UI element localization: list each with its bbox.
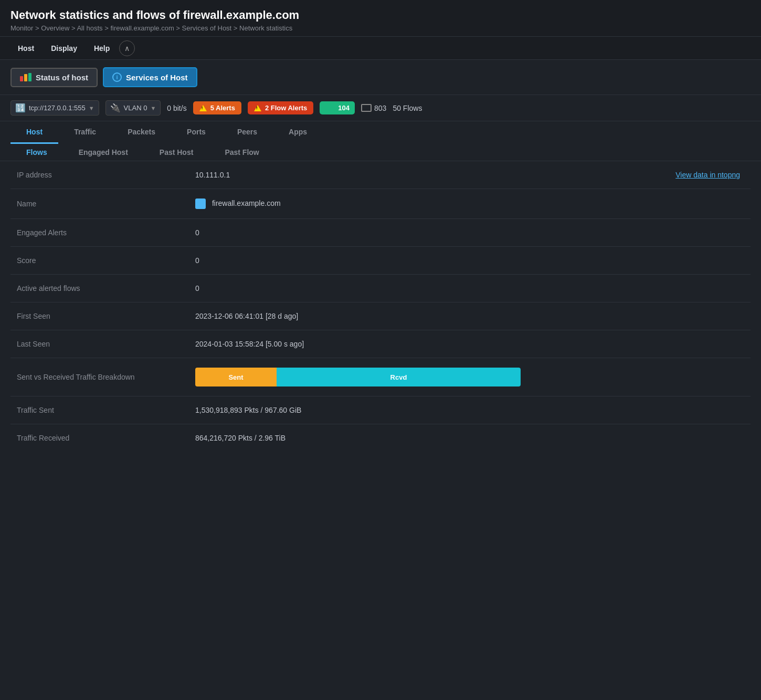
table-row: Sent vs Received Traffic Breakdown Sent …	[10, 358, 751, 396]
bar-sent: Sent	[195, 368, 277, 386]
interface-label: tcp://127.0.0.1:555	[29, 104, 86, 112]
ip-address-value: 10.111.0.1	[189, 161, 525, 189]
score-value: 0	[189, 247, 525, 275]
toolbar-row: 🔢 tcp://127.0.0.1:555 ▼ 🔌 VLAN 0 ▼ 0 bit…	[0, 95, 761, 121]
sub-tab-past-flow[interactable]: Past Flow	[209, 144, 274, 161]
status-of-host-label: Status of host	[36, 73, 88, 82]
traffic-breakdown-value: Sent Rcvd	[189, 358, 751, 396]
alerts-badge[interactable]: 5 Alerts	[193, 101, 241, 114]
score-label: Score	[10, 247, 189, 275]
first-seen-label: First Seen	[10, 302, 189, 330]
engaged-alerts-label: Engaged Alerts	[10, 219, 189, 247]
vlan-dropdown[interactable]: 🔌 VLAN 0 ▼	[105, 100, 161, 116]
active-alerted-flows-label: Active alerted flows	[10, 275, 189, 302]
nav-collapse-button[interactable]: ∧	[119, 40, 135, 56]
bitrate-label: 0 bit/s	[167, 104, 186, 112]
vlan-icon: 🔌	[110, 103, 121, 113]
interface-dropdown[interactable]: 🔢 tcp://127.0.0.1:555 ▼	[10, 100, 99, 116]
tab-host[interactable]: Host	[10, 121, 58, 144]
traffic-breakdown-label: Sent vs Received Traffic Breakdown	[10, 358, 189, 396]
view-data-ntopng-link[interactable]: View data in ntopng	[675, 171, 740, 179]
table-row: First Seen 2023-12-06 06:41:01 [28 d ago…	[10, 302, 751, 330]
table-row: Traffic Received 864,216,720 Pkts / 2.96…	[10, 424, 751, 452]
flow-alerts-count: 2 Flow Alerts	[265, 104, 307, 112]
page-header: Network statistics and flows of firewall…	[0, 0, 761, 37]
first-seen-value: 2023-12-06 06:41:01 [28 d ago]	[189, 302, 525, 330]
bar-rcvd: Rcvd	[277, 368, 521, 386]
tab-peers[interactable]: Peers	[221, 121, 273, 144]
sub-tab-engaged-host[interactable]: Engaged Host	[63, 144, 144, 161]
vlan-dropdown-arrow: ▼	[150, 105, 156, 111]
monitor-gray-icon	[361, 104, 372, 112]
tab-traffic[interactable]: Traffic	[58, 121, 112, 144]
info-circle-icon: i	[112, 72, 122, 82]
traffic-received-label: Traffic Received	[10, 424, 189, 452]
monitor-hosts-count: 803	[374, 104, 386, 112]
flow-alerts-badge[interactable]: 2 Flow Alerts	[248, 101, 313, 114]
flow-alert-warning-icon	[254, 105, 261, 111]
table-row: Last Seen 2024-01-03 15:58:24 [5.00 s ag…	[10, 330, 751, 358]
table-row: Engaged Alerts 0	[10, 219, 751, 247]
tab-apps[interactable]: Apps	[273, 121, 323, 144]
sub-tab-past-host[interactable]: Past Host	[144, 144, 209, 161]
flows-count: 50 Flows	[393, 104, 422, 112]
nav-help-button[interactable]: Help	[87, 40, 117, 57]
monitor-hosts-badge[interactable]: 803	[361, 104, 386, 112]
tabs-container: Host Traffic Packets Ports Peers Apps Fl…	[0, 121, 761, 161]
active-hosts-badge[interactable]: 104	[320, 101, 355, 114]
top-nav: Host Display Help ∧	[0, 37, 761, 60]
ip-address-label: IP address	[10, 161, 189, 189]
services-of-host-label: Services of Host	[126, 73, 188, 82]
name-label: Name	[10, 189, 189, 219]
table-row: Score 0	[10, 247, 751, 275]
monitor-green-icon	[325, 104, 335, 112]
services-of-host-button[interactable]: i Services of Host	[103, 67, 197, 87]
primary-tabs-row: Host Traffic Packets Ports Peers Apps	[10, 121, 751, 144]
interface-icon: 🔢	[15, 103, 26, 113]
host-data-table: IP address 10.111.0.1 View data in ntopn…	[10, 161, 751, 452]
breadcrumb: Monitor > Overview > All hosts > firewal…	[10, 24, 751, 32]
chevron-up-icon: ∧	[124, 44, 130, 53]
table-row: Name firewall.example.com	[10, 189, 751, 219]
host-icon	[195, 198, 206, 209]
active-alerted-flows-value: 0	[189, 275, 525, 302]
tab-packets[interactable]: Packets	[112, 121, 171, 144]
secondary-tabs-row: Flows Engaged Host Past Host Past Flow	[10, 144, 751, 161]
active-hosts-count: 104	[338, 104, 350, 112]
name-value: firewall.example.com	[189, 189, 525, 219]
vlan-label: VLAN 0	[124, 104, 147, 112]
nav-display-button[interactable]: Display	[44, 40, 84, 57]
tab-ports[interactable]: Ports	[171, 121, 221, 144]
interface-dropdown-arrow: ▼	[89, 105, 94, 111]
nav-host-button[interactable]: Host	[10, 40, 41, 57]
engaged-alerts-value: 0	[189, 219, 525, 247]
traffic-sent-value: 1,530,918,893 Pkts / 967.60 GiB	[189, 396, 525, 424]
status-of-host-button[interactable]: Status of host	[10, 68, 98, 87]
last-seen-value: 2024-01-03 15:58:24 [5.00 s ago]	[189, 330, 525, 358]
traffic-breakdown-bar: Sent Rcvd	[195, 368, 521, 386]
alert-warning-icon	[199, 105, 207, 111]
table-row: Active alerted flows 0	[10, 275, 751, 302]
page-title: Network statistics and flows of firewall…	[10, 8, 751, 22]
traffic-received-value: 864,216,720 Pkts / 2.96 TiB	[189, 424, 525, 452]
table-row: Traffic Sent 1,530,918,893 Pkts / 967.60…	[10, 396, 751, 424]
status-row: Status of host i Services of Host	[0, 60, 761, 95]
traffic-sent-label: Traffic Sent	[10, 396, 189, 424]
last-seen-label: Last Seen	[10, 330, 189, 358]
table-row: IP address 10.111.0.1 View data in ntopn…	[10, 161, 751, 189]
bars-icon	[20, 73, 31, 81]
sub-tab-flows[interactable]: Flows	[10, 144, 63, 161]
content-area: IP address 10.111.0.1 View data in ntopn…	[0, 161, 761, 462]
alerts-count: 5 Alerts	[210, 104, 235, 112]
